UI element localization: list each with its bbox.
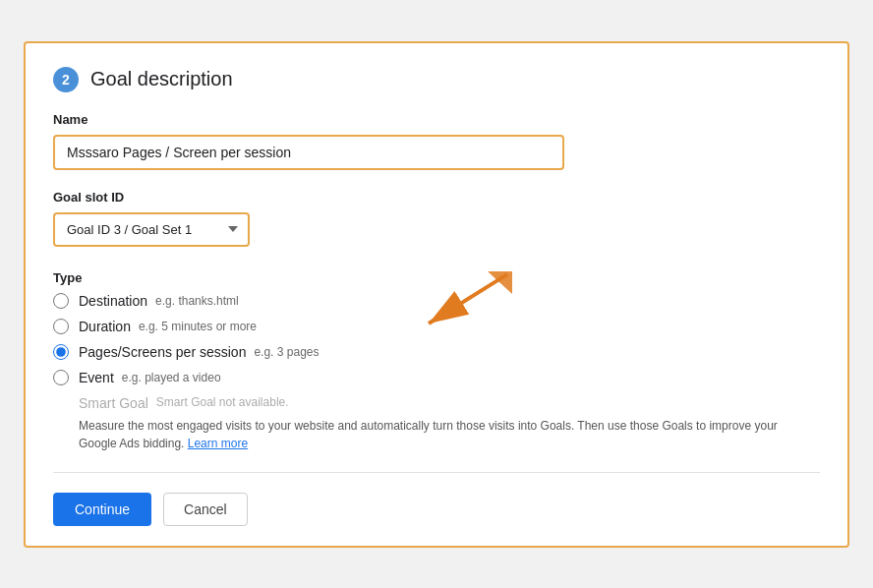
goal-slot-select[interactable]: Goal ID 1 / Goal Set 1 Goal ID 2 / Goal …	[53, 212, 250, 247]
smart-goal-label: Smart Goal	[79, 395, 148, 411]
goal-description-card: 2 Goal description Name Goal slot ID Goa…	[24, 41, 849, 548]
footer-buttons: Continue Cancel	[53, 493, 820, 526]
radio-hint-destination: e.g. thanks.html	[155, 294, 239, 308]
name-label: Name	[53, 112, 820, 127]
smart-goal-row: Smart Goal Smart Goal not available.	[79, 395, 820, 411]
name-section: Name	[53, 112, 820, 170]
goal-slot-label: Goal slot ID	[53, 190, 820, 205]
goal-slot-section: Goal slot ID Goal ID 1 / Goal Set 1 Goal…	[53, 190, 820, 247]
radio-row-duration: Duration e.g. 5 minutes or more	[53, 319, 820, 334]
radio-hint-event: e.g. played a video	[122, 371, 221, 384]
radio-duration[interactable]	[53, 319, 69, 334]
step-title: Goal description	[90, 68, 233, 90]
learn-more-link[interactable]: Learn more	[188, 437, 248, 450]
type-options: Destination e.g. thanks.html Duration e.…	[53, 293, 820, 452]
radio-row-destination: Destination e.g. thanks.html	[53, 293, 820, 309]
radio-hint-pages: e.g. 3 pages	[254, 345, 319, 359]
goal-name-input[interactable]	[53, 135, 564, 170]
cancel-button[interactable]: Cancel	[163, 493, 248, 526]
radio-pages[interactable]	[53, 344, 69, 360]
radio-label-pages[interactable]: Pages/Screens per session	[79, 344, 246, 360]
radio-hint-duration: e.g. 5 minutes or more	[139, 320, 257, 333]
smart-goal-hint: Smart Goal not available.	[156, 395, 289, 409]
type-section: Type Destination e.g. thanks.html Durati…	[53, 270, 820, 452]
radio-label-duration[interactable]: Duration	[79, 319, 131, 334]
smart-goal-description: Measure the most engaged visits to your …	[79, 417, 786, 452]
radio-label-event[interactable]: Event	[79, 370, 114, 385]
radio-event[interactable]	[53, 370, 69, 385]
step-number: 2	[53, 67, 79, 92]
radio-destination[interactable]	[53, 293, 69, 309]
step-header: 2 Goal description	[53, 67, 820, 92]
continue-button[interactable]: Continue	[53, 493, 151, 526]
footer-divider	[53, 472, 820, 473]
radio-row-event: Event e.g. played a video	[53, 370, 820, 385]
radio-row-pages: Pages/Screens per session e.g. 3 pages	[53, 344, 820, 360]
radio-label-destination[interactable]: Destination	[79, 293, 147, 309]
type-label: Type	[53, 270, 820, 285]
